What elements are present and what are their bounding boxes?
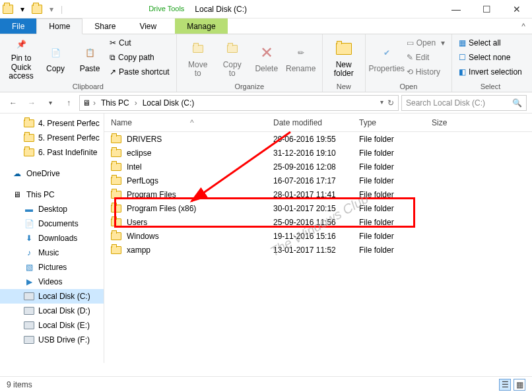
file-row[interactable]: Users25-09-2016 11:56File folder xyxy=(104,215,532,229)
drive-tools-label: Drive Tools xyxy=(149,5,184,14)
tab-file[interactable]: File xyxy=(0,18,36,34)
file-type: File folder xyxy=(359,135,432,144)
maximize-button[interactable]: ☐ xyxy=(471,0,502,18)
paste-button[interactable]: 📋 Paste xyxy=(73,36,107,81)
tab-manage[interactable]: Manage xyxy=(175,18,227,34)
delete-button[interactable]: ✕Delete xyxy=(249,36,284,81)
large-icons-view-button[interactable]: ▦ xyxy=(514,379,525,391)
group-label-organize: Organize xyxy=(181,82,318,92)
folder-icon xyxy=(111,163,121,171)
folder-icon xyxy=(111,177,121,185)
rename-button[interactable]: ✏Rename xyxy=(284,36,318,81)
select-none-button[interactable]: ☐Select none xyxy=(456,50,525,65)
title-bar: ▾ ▾ | Drive Tools Local Disk (C:) — ☐ ✕ xyxy=(0,0,532,18)
pin-to-quick-access-button[interactable]: 📌 Pin to Quick access xyxy=(4,36,38,81)
file-type: File folder xyxy=(359,204,432,213)
copy-path-button[interactable]: ⧉Copy path xyxy=(107,50,172,65)
file-row[interactable]: eclipse31-12-2016 19:10File folder xyxy=(104,146,532,160)
folder-icon xyxy=(111,135,121,143)
file-row[interactable]: Program Files28-01-2017 11:41File folder xyxy=(104,187,532,201)
tree-videos[interactable]: ▶Videos xyxy=(0,275,104,289)
folder-icon xyxy=(111,246,121,254)
up-button[interactable]: ↑ xyxy=(61,95,77,111)
history-button[interactable]: ⟲History xyxy=(404,65,448,79)
breadcrumb-this-pc[interactable]: This PC xyxy=(98,98,132,108)
copy-to-button[interactable]: Copy to xyxy=(215,36,249,81)
paste-icon: 📋 xyxy=(79,42,100,63)
invert-icon: ◧ xyxy=(459,67,466,77)
new-folder-icon xyxy=(333,38,354,59)
tab-home[interactable]: Home xyxy=(36,18,83,34)
tree-documents[interactable]: 📄Documents xyxy=(0,216,104,231)
open-button[interactable]: ▭Open▾ xyxy=(404,36,448,50)
tab-view[interactable]: View xyxy=(127,18,168,34)
tab-share[interactable]: Share xyxy=(83,18,127,34)
file-row[interactable]: Intel25-09-2016 12:08File folder xyxy=(104,160,532,174)
qat-overflow-icon[interactable]: ▾ xyxy=(46,4,57,15)
close-button[interactable]: ✕ xyxy=(502,0,532,18)
cut-button[interactable]: ✂Cut xyxy=(107,36,172,50)
file-date: 28-01-2017 11:41 xyxy=(273,190,359,199)
tree-item[interactable]: 4. Present Perfec xyxy=(0,116,104,131)
back-button[interactable]: ← xyxy=(5,95,21,111)
properties-button[interactable]: ✔Properties xyxy=(370,36,404,81)
tree-item[interactable]: 6. Past Indefinite xyxy=(0,145,104,160)
breadcrumb-c[interactable]: Local Disk (C:) xyxy=(140,98,197,108)
tree-drive-c[interactable]: Local Disk (C:) xyxy=(0,289,104,304)
file-type: File folder xyxy=(359,148,432,158)
rename-icon: ✏ xyxy=(290,42,312,63)
move-to-button[interactable]: Move to xyxy=(181,36,215,81)
file-name: PerfLogs xyxy=(127,176,158,185)
pictures-icon: ▧ xyxy=(24,262,34,273)
tree-onedrive[interactable]: ☁OneDrive xyxy=(0,166,104,181)
chevron-right-icon[interactable]: › xyxy=(133,98,139,108)
tree-desktop[interactable]: ▬Desktop xyxy=(0,202,104,216)
recent-locations-button[interactable]: ▾ xyxy=(42,95,58,111)
pc-icon: 🖥 xyxy=(12,189,22,200)
new-folder-button[interactable]: New folder xyxy=(327,36,361,81)
tree-music[interactable]: ♪Music xyxy=(0,245,104,260)
folder-icon xyxy=(111,149,121,157)
breadcrumb[interactable]: 🖥 › This PC › Local Disk (C:) ▾ ↻ xyxy=(79,95,399,111)
properties-icon: ✔ xyxy=(376,42,397,63)
folder-icon xyxy=(111,191,121,199)
file-row[interactable]: PerfLogs16-07-2016 17:17File folder xyxy=(104,174,532,187)
tree-this-pc[interactable]: 🖥This PC xyxy=(0,187,104,202)
documents-icon: 📄 xyxy=(24,218,34,229)
pc-icon: 🖥 xyxy=(83,98,90,108)
column-headers[interactable]: Name^ Date modified Type Size xyxy=(104,114,532,132)
file-row[interactable]: xampp13-01-2017 11:52File folder xyxy=(104,243,532,257)
invert-selection-button[interactable]: ◧Invert selection xyxy=(456,65,525,79)
edit-button[interactable]: ✎Edit xyxy=(404,50,448,65)
tree-item[interactable]: 5. Present Perfec xyxy=(0,131,104,145)
history-dropdown-icon[interactable]: ▾ xyxy=(17,4,28,15)
status-bar: 9 items ☰ ▦ xyxy=(0,376,532,392)
navigation-pane[interactable]: 4. Present Perfec 5. Present Perfec 6. P… xyxy=(0,114,104,363)
tree-drive-d[interactable]: Local Disk (D:) xyxy=(0,304,104,318)
edit-icon: ✎ xyxy=(407,53,413,62)
file-type: File folder xyxy=(359,176,432,185)
forward-button[interactable]: → xyxy=(24,95,40,111)
videos-icon: ▶ xyxy=(24,277,34,287)
paste-shortcut-button[interactable]: ↗Paste shortcut xyxy=(107,65,172,79)
tree-drive-f[interactable]: USB Drive (F:) xyxy=(0,333,104,347)
details-view-button[interactable]: ☰ xyxy=(499,379,511,391)
file-row[interactable]: Windows19-11-2016 15:16File folder xyxy=(104,229,532,243)
copy-button[interactable]: 📄 Copy xyxy=(38,36,73,81)
minimize-button[interactable]: — xyxy=(441,0,471,18)
tree-drive-e[interactable]: Local Disk (E:) xyxy=(0,318,104,333)
select-all-button[interactable]: ▦Select all xyxy=(456,36,525,50)
file-name: Users xyxy=(127,218,147,227)
file-date: 31-12-2016 19:10 xyxy=(273,148,359,158)
chevron-right-icon[interactable]: › xyxy=(92,98,97,108)
dropdown-icon[interactable]: ▾ xyxy=(380,98,383,108)
refresh-button[interactable]: ↻ xyxy=(387,98,394,108)
file-row[interactable]: Program Files (x86)30-01-2017 20:15File … xyxy=(104,201,532,215)
ribbon-collapse-icon[interactable]: ^ xyxy=(515,18,532,34)
search-input[interactable]: Search Local Disk (C:) 🔍 xyxy=(401,95,527,111)
file-row[interactable]: DRIVERS29-06-2016 19:55File folder xyxy=(104,132,532,146)
tree-downloads[interactable]: ⬇Downloads xyxy=(0,231,104,245)
music-icon: ♪ xyxy=(24,247,34,258)
tree-pictures[interactable]: ▧Pictures xyxy=(0,260,104,275)
history-icon: ⟲ xyxy=(407,67,413,77)
